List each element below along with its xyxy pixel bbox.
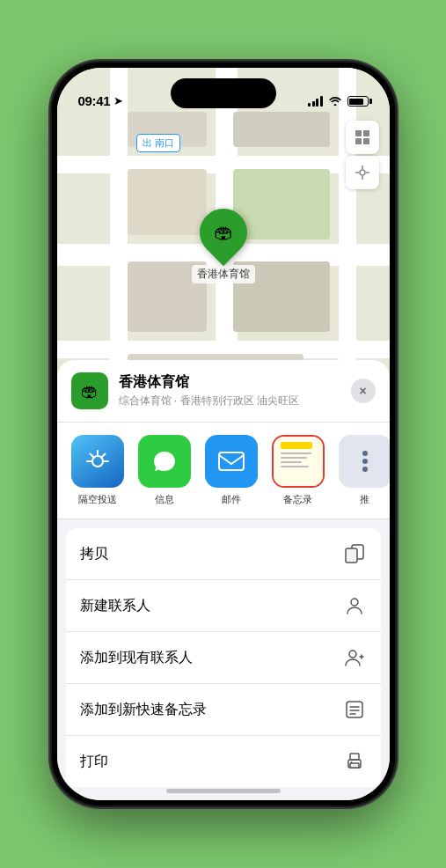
notes-add-icon <box>342 697 367 722</box>
person-add-icon <box>342 645 367 670</box>
svg-rect-17 <box>347 702 362 717</box>
stadium-icon: 🏟 <box>214 221 233 244</box>
action-print-label: 打印 <box>80 753 108 771</box>
share-more[interactable]: 推 <box>339 435 390 506</box>
messages-icon <box>138 435 191 488</box>
action-list: 拷贝 新建联系人 <box>66 528 381 787</box>
svg-rect-22 <box>350 754 359 760</box>
dynamic-island <box>171 78 276 108</box>
location-pin: 🏟 香港体育馆 <box>192 209 255 283</box>
map-exit-name: 南口 <box>155 137 174 148</box>
action-add-existing-label: 添加到现有联系人 <box>80 649 193 667</box>
messages-label: 信息 <box>155 493 174 506</box>
notes-icon <box>272 435 325 488</box>
action-add-existing[interactable]: 添加到现有联系人 <box>66 632 381 684</box>
action-new-contact[interactable]: 新建联系人 <box>66 580 381 632</box>
home-indicator <box>166 789 281 793</box>
more-label: 推 <box>360 493 369 506</box>
action-print[interactable]: 打印 <box>66 736 381 787</box>
bottom-sheet: 🏟 香港体育馆 综合体育馆 · 香港特别行政区 油尖旺区 × <box>57 360 390 800</box>
svg-point-13 <box>351 599 358 606</box>
airdrop-label: 隔空投送 <box>78 493 117 506</box>
share-notes[interactable]: 备忘录 <box>272 435 325 506</box>
copy-icon <box>342 541 367 566</box>
svg-rect-10 <box>219 452 244 470</box>
svg-rect-3 <box>363 138 369 144</box>
svg-point-24 <box>350 761 352 763</box>
svg-rect-1 <box>363 130 369 136</box>
map-exit-label: 出 南口 <box>136 134 180 152</box>
mail-label: 邮件 <box>222 493 241 506</box>
action-copy[interactable]: 拷贝 <box>66 528 381 580</box>
action-copy-label: 拷贝 <box>80 545 108 563</box>
action-add-notes[interactable]: 添加到新快速备忘录 <box>66 684 381 736</box>
svg-rect-0 <box>355 130 362 136</box>
svg-rect-12 <box>346 548 357 563</box>
status-time: 09:41 <box>78 93 111 108</box>
airdrop-icon <box>71 435 124 488</box>
map-exit-prefix: 出 <box>143 137 152 148</box>
person-icon <box>342 593 367 618</box>
location-button[interactable] <box>346 156 379 189</box>
map-type-button[interactable] <box>346 121 379 154</box>
action-add-notes-label: 添加到新快速备忘录 <box>80 701 207 719</box>
svg-point-14 <box>349 651 356 658</box>
mail-icon <box>205 435 258 488</box>
svg-rect-2 <box>355 138 362 144</box>
svg-point-4 <box>360 170 365 175</box>
venue-info: 香港体育馆 综合体育馆 · 香港特别行政区 油尖旺区 <box>119 373 340 408</box>
svg-rect-23 <box>350 763 359 768</box>
wifi-icon <box>328 94 342 108</box>
pin-circle: 🏟 <box>189 199 256 266</box>
share-mail[interactable]: 邮件 <box>205 435 258 506</box>
share-messages[interactable]: 信息 <box>138 435 191 506</box>
close-button[interactable]: × <box>351 379 376 403</box>
action-new-contact-label: 新建联系人 <box>80 597 150 615</box>
more-icon <box>339 435 390 488</box>
share-row: 隔空投送 信息 <box>57 423 390 519</box>
location-arrow-icon: ➤ <box>113 94 123 107</box>
notes-label: 备忘录 <box>283 493 312 506</box>
battery-icon <box>347 96 369 107</box>
venue-name: 香港体育馆 <box>119 373 340 392</box>
share-airdrop[interactable]: 隔空投送 <box>71 435 124 506</box>
print-icon <box>342 749 367 774</box>
venue-subtitle: 综合体育馆 · 香港特别行政区 油尖旺区 <box>119 394 340 408</box>
map-controls <box>346 121 379 189</box>
sheet-header: 🏟 香港体育馆 综合体育馆 · 香港特别行政区 油尖旺区 × <box>57 360 390 423</box>
phone-frame: 09:41 ➤ <box>52 63 395 805</box>
pin-label: 香港体育馆 <box>192 265 255 283</box>
phone-screen: 09:41 ➤ <box>57 68 390 800</box>
status-icons <box>308 94 369 108</box>
close-icon: × <box>359 384 366 398</box>
signal-bars-icon <box>308 96 323 107</box>
venue-logo: 🏟 <box>71 372 108 409</box>
